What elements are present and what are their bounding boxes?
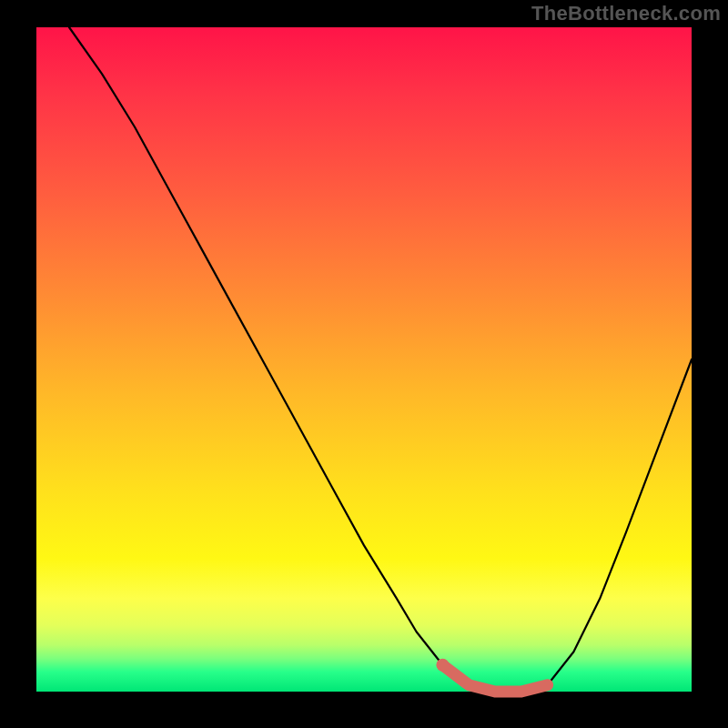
attribution-text: TheBottleneck.com <box>531 2 721 25</box>
chart-frame: TheBottleneck.com <box>0 0 728 728</box>
plot-area <box>36 27 692 692</box>
optimal-range-marker <box>442 665 547 692</box>
chart-svg <box>36 27 692 692</box>
optimal-point-dot <box>436 659 449 672</box>
bottleneck-curve <box>69 27 692 692</box>
